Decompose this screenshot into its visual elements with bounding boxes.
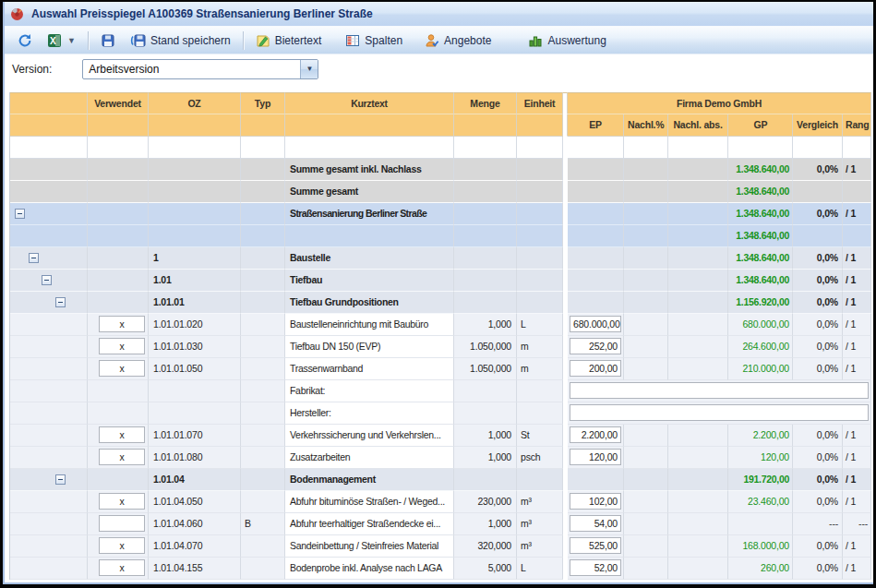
table-row: x1.01.01.070Verkehrssicherung und Verkeh… bbox=[10, 425, 872, 447]
ep-input[interactable]: 52,00 bbox=[570, 559, 621, 576]
cell-menge bbox=[454, 203, 517, 225]
verwendet-checkbox[interactable]: x bbox=[99, 338, 145, 354]
ep-input[interactable]: 120,00 bbox=[570, 449, 621, 465]
cell-menge bbox=[454, 292, 517, 314]
verwendet-checkbox[interactable] bbox=[99, 515, 145, 532]
verwendet-checkbox[interactable]: x bbox=[99, 559, 145, 576]
filter-cell[interactable] bbox=[668, 137, 728, 159]
cell-nachl-abs bbox=[668, 447, 728, 469]
cell-ep: 102,00 bbox=[568, 491, 624, 513]
save-stand-button[interactable]: Stand speichern bbox=[123, 30, 238, 51]
header-oz[interactable]: OZ bbox=[149, 92, 241, 114]
cell-ep: 120,00 bbox=[568, 447, 624, 469]
header-gp[interactable]: GP bbox=[728, 114, 793, 137]
ep-input[interactable]: 2.200,00 bbox=[570, 426, 621, 443]
cell-expander bbox=[10, 380, 88, 402]
verwendet-checkbox[interactable]: x bbox=[99, 537, 145, 554]
header-vergleich[interactable]: Vergleich bbox=[793, 114, 843, 137]
ep-input[interactable]: 680.000,00 bbox=[570, 316, 621, 332]
header-verwendet[interactable]: Verwendet bbox=[88, 92, 149, 114]
header-ep[interactable]: EP bbox=[568, 114, 624, 137]
collapse-icon[interactable] bbox=[55, 297, 66, 307]
spalten-button[interactable]: Spalten bbox=[338, 30, 410, 51]
cell-nachl-pct bbox=[624, 513, 668, 535]
header-typ[interactable]: Typ bbox=[241, 92, 285, 114]
table-row: 1.01Tiefbau1.348.640,000,0%/ 1 bbox=[10, 270, 872, 292]
cell-rang: / 1 bbox=[843, 469, 871, 491]
cell-oz: 1.01.04 bbox=[149, 469, 241, 491]
cell-rang: / 1 bbox=[843, 491, 871, 513]
filter-cell[interactable] bbox=[241, 137, 285, 159]
cell-verwendet bbox=[88, 247, 149, 270]
filter-cell[interactable] bbox=[517, 137, 563, 159]
verwendet-checkbox[interactable]: x bbox=[99, 449, 145, 465]
cell-nachl-abs bbox=[668, 558, 728, 580]
chevron-down-icon: ▼ bbox=[306, 65, 313, 73]
verwendet-checkbox[interactable]: x bbox=[99, 426, 145, 443]
filter-cell[interactable] bbox=[843, 137, 871, 159]
cell-einheit bbox=[517, 159, 563, 181]
freetext-input[interactable] bbox=[570, 404, 869, 421]
header-rang[interactable]: Rang bbox=[843, 114, 871, 137]
version-combobox[interactable]: Arbeitsversion ▼ bbox=[82, 59, 318, 79]
filter-cell[interactable] bbox=[10, 137, 88, 159]
cell-gp: 210.000,00 bbox=[728, 358, 793, 380]
cell-menge bbox=[454, 181, 517, 203]
cell-expander bbox=[10, 535, 88, 558]
header-kurztext[interactable]: Kurztext bbox=[285, 92, 454, 114]
ep-input[interactable]: 102,00 bbox=[570, 493, 621, 510]
cell-kurztext: Tiefbau bbox=[285, 270, 454, 292]
cell-verwendet: x bbox=[88, 535, 149, 558]
refresh-button[interactable] bbox=[10, 30, 40, 51]
cell-einheit bbox=[517, 270, 563, 292]
cell-gp: 191.720,00 bbox=[728, 469, 793, 491]
ep-input[interactable]: 200,00 bbox=[570, 360, 621, 377]
filter-cell[interactable] bbox=[454, 137, 517, 159]
ep-input[interactable]: 54,00 bbox=[570, 515, 621, 532]
table-row: Hersteller: bbox=[10, 402, 872, 425]
verwendet-checkbox[interactable]: x bbox=[99, 493, 145, 510]
header-menge[interactable]: Menge bbox=[454, 92, 517, 114]
ep-input[interactable]: 252,00 bbox=[570, 338, 621, 354]
header-firma[interactable]: Firma Demo GmbH bbox=[568, 92, 871, 114]
verwendet-checkbox[interactable]: x bbox=[99, 360, 145, 377]
header-nachl-abs[interactable]: Nachl. abs. bbox=[668, 114, 728, 137]
freetext-input[interactable] bbox=[570, 382, 869, 399]
filter-cell[interactable] bbox=[728, 137, 793, 159]
verwendet-checkbox[interactable]: x bbox=[99, 316, 145, 332]
filter-cell[interactable] bbox=[149, 137, 241, 159]
header-nachl-pct[interactable]: Nachl.% bbox=[624, 114, 668, 137]
cell-oz: 1.01.01.050 bbox=[149, 358, 241, 380]
cell-ep bbox=[568, 469, 624, 491]
cell-verwendet bbox=[88, 270, 149, 292]
excel-export-button[interactable]: X ▼ bbox=[40, 30, 83, 51]
save-button[interactable] bbox=[93, 30, 123, 51]
cell-typ bbox=[241, 181, 285, 203]
cell-verwendet bbox=[88, 181, 149, 203]
filter-cell[interactable] bbox=[285, 137, 454, 159]
cell-kurztext: Baustelleneinrichtung mit Baubüro bbox=[285, 314, 454, 336]
version-dropdown-button[interactable]: ▼ bbox=[300, 60, 318, 78]
cell-ep bbox=[568, 181, 624, 203]
cell-nachl-pct bbox=[624, 336, 668, 358]
header-einheit[interactable]: Einheit bbox=[517, 92, 563, 114]
bietertext-button[interactable]: Bietertext bbox=[248, 30, 330, 51]
collapse-icon[interactable] bbox=[42, 275, 52, 285]
collapse-icon[interactable] bbox=[15, 209, 25, 219]
cell-menge bbox=[454, 469, 517, 491]
filter-cell[interactable] bbox=[568, 137, 624, 159]
collapse-icon[interactable] bbox=[29, 253, 39, 263]
ep-input[interactable]: 525,00 bbox=[570, 537, 621, 554]
cell-freetext bbox=[568, 402, 871, 425]
collapse-icon[interactable] bbox=[55, 474, 66, 485]
angebote-button[interactable]: Angebote bbox=[417, 30, 498, 51]
cell-oz bbox=[149, 203, 241, 225]
filter-cell[interactable] bbox=[793, 137, 843, 159]
cell-oz bbox=[149, 380, 241, 402]
filter-cell[interactable] bbox=[624, 137, 668, 159]
cell-oz: 1.01.04.155 bbox=[149, 558, 241, 580]
cell-einheit bbox=[517, 380, 563, 402]
filter-cell[interactable] bbox=[88, 137, 149, 159]
auswertung-button[interactable]: Auswertung bbox=[521, 30, 613, 51]
cell-typ bbox=[241, 336, 285, 358]
